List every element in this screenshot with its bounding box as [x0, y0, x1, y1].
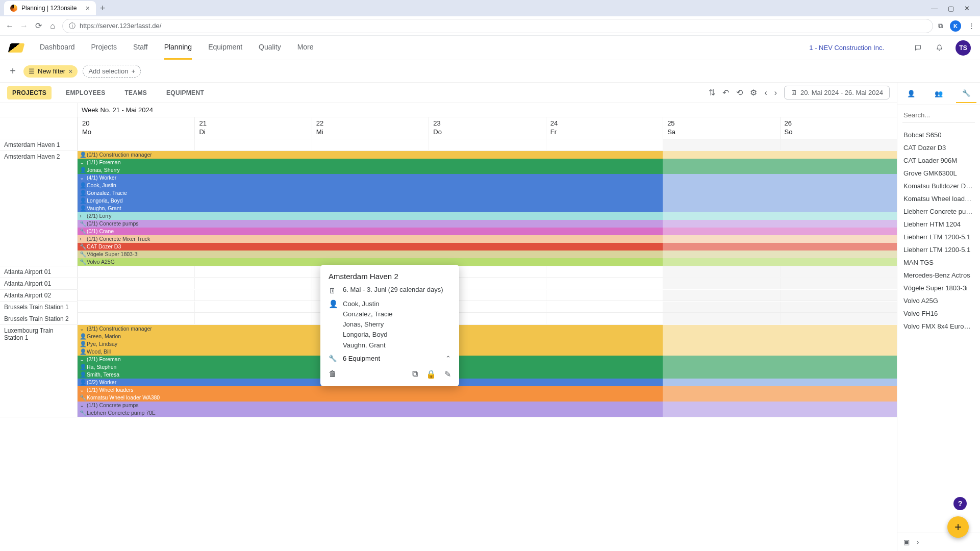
gantt-bar[interactable]: 🔧Volvo A25G: [78, 258, 897, 266]
delete-icon[interactable]: 🗑: [329, 369, 337, 379]
gantt-bar[interactable]: ⌄(1/1) Foreman: [78, 159, 897, 166]
gantt-bar[interactable]: 👤Ha, Stephen: [78, 363, 897, 371]
copy-icon[interactable]: ⧉: [412, 369, 418, 379]
browser-menu-icon[interactable]: ⋮: [968, 22, 975, 30]
gantt-bar[interactable]: 🔧Liebherr Concrete pump 70E: [78, 409, 897, 417]
home-icon[interactable]: ⌂: [48, 21, 57, 31]
equipment-item[interactable]: Volvo A25G: [897, 294, 980, 307]
equipment-item[interactable]: Komatsu Bulldozer D61PX: [897, 180, 980, 192]
new-filter-chip[interactable]: ☰ New filter ×: [23, 65, 78, 78]
nav-projects[interactable]: Projects: [91, 36, 117, 60]
project-name[interactable]: Brussels Train Station 2: [0, 313, 78, 325]
gantt-bar[interactable]: ⌄(1/1) Wheel loaders: [78, 386, 897, 394]
gantt-bar[interactable]: 👤(0/1) Construction manager: [78, 151, 897, 159]
browser-profile-avatar[interactable]: K: [950, 20, 961, 32]
equipment-item[interactable]: CAT Dozer D3: [897, 141, 980, 154]
gantt-bar[interactable]: 🔧(0/1) Concrete pumps: [78, 220, 897, 228]
project-name[interactable]: Atlanta Airport 02: [0, 290, 78, 302]
address-bar[interactable]: ⓘ https://server.123erfasst.de/: [62, 19, 933, 33]
app-logo[interactable]: [8, 43, 25, 53]
prev-week-icon[interactable]: ‹: [764, 88, 767, 97]
refresh-icon[interactable]: ⟲: [736, 88, 743, 97]
help-fab[interactable]: ?: [953, 497, 967, 510]
minimize-icon[interactable]: —: [931, 5, 938, 12]
gantt-bar[interactable]: 👤Smith, Teresa: [78, 371, 897, 379]
gantt-bar[interactable]: ⌄(4/1) Worker: [78, 174, 897, 182]
maximize-icon[interactable]: ▢: [948, 5, 954, 12]
add-selection-chip[interactable]: Add selection +: [83, 65, 141, 78]
expand-equipment-icon[interactable]: ⌃: [445, 355, 451, 362]
remove-filter-icon[interactable]: ×: [68, 67, 72, 76]
equipment-item[interactable]: Komatsu Wheel loader WA: [897, 192, 980, 205]
new-tab-button[interactable]: +: [100, 3, 106, 14]
project-name[interactable]: Amsterdam Haven 2: [0, 151, 78, 266]
sidebar-tab-person[interactable]: 👤: [901, 85, 921, 103]
gantt-bar[interactable]: 👤Green, Marion: [78, 333, 897, 340]
user-avatar[interactable]: TS: [956, 40, 971, 56]
back-icon[interactable]: ←: [5, 21, 14, 31]
nav-planning[interactable]: Planning: [164, 36, 192, 60]
gantt-bar[interactable]: 🔧(0/1) Crane: [78, 228, 897, 235]
close-tab-icon[interactable]: ×: [86, 4, 90, 12]
equipment-item[interactable]: Liebherr LTM 1200-5.1: [897, 243, 980, 256]
sidebar-tab-equipment[interactable]: 🔧: [956, 84, 976, 103]
gantt-bar[interactable]: ⌄(2/1) Foreman: [78, 356, 897, 363]
gantt-bar[interactable]: 🔧Vögele Super 1803-3i: [78, 251, 897, 258]
subtab-teams[interactable]: TEAMS: [119, 86, 152, 99]
lock-icon[interactable]: 🔒: [426, 369, 436, 379]
subtab-equipment[interactable]: EQUIPMENT: [161, 86, 209, 99]
equipment-item[interactable]: Liebherr HTM 1204: [897, 218, 980, 231]
equipment-item[interactable]: CAT Loader 906M: [897, 154, 980, 167]
sort-icon[interactable]: ⇅: [709, 88, 715, 97]
gantt-bar[interactable]: ⌄(1/1) Concrete pumps: [78, 402, 897, 409]
gantt-bar[interactable]: 👤Wood, Bill: [78, 348, 897, 356]
gantt-bar[interactable]: ›(1/1) Concrete Mixer Truck: [78, 235, 897, 243]
extensions-icon[interactable]: ⧉: [938, 22, 943, 30]
browser-tab[interactable]: Planning | 123onsite ×: [4, 1, 96, 15]
date-range-picker[interactable]: 🗓 20. Mai 2024 - 26. Mai 2024: [784, 86, 890, 99]
collapse-icon[interactable]: ›: [917, 538, 919, 546]
add-fab[interactable]: +: [947, 516, 969, 538]
equipment-item[interactable]: Mercedes-Benz Actros: [897, 269, 980, 282]
equipment-item[interactable]: MAN TGS: [897, 256, 980, 269]
close-window-icon[interactable]: ✕: [964, 5, 970, 12]
forward-icon[interactable]: →: [19, 21, 29, 31]
reload-icon[interactable]: ⟳: [34, 21, 43, 31]
nav-dashboard[interactable]: Dashboard: [40, 36, 75, 60]
equipment-item[interactable]: Liebherr LTM 1200-5.1: [897, 231, 980, 243]
settings-icon[interactable]: ⚙: [750, 88, 757, 97]
sidebar-tab-team[interactable]: 👥: [928, 85, 949, 103]
gantt-bar[interactable]: 👤Jonas, Sherry: [78, 166, 897, 174]
gantt-bar[interactable]: ⌄(3/1) Construction manager: [78, 325, 897, 333]
gantt-bar[interactable]: 👤Longoria, Boyd: [78, 197, 897, 205]
gantt-bar[interactable]: 👤Cook, Justin: [78, 182, 897, 189]
equipment-item[interactable]: Volvo FH16: [897, 307, 980, 320]
subtab-employees[interactable]: EMPLOYEES: [61, 86, 110, 99]
undo-icon[interactable]: ↶: [722, 88, 729, 97]
edit-icon[interactable]: ✎: [444, 369, 451, 379]
gantt-bar[interactable]: 👤Pye, Lindsay: [78, 340, 897, 348]
gantt-bar[interactable]: 👤Vaughn, Grant: [78, 205, 897, 212]
sidebar-search-input[interactable]: [902, 108, 975, 122]
project-name[interactable]: Atlanta Airport 01: [0, 266, 78, 278]
project-name[interactable]: Brussels Train Station 1: [0, 302, 78, 313]
chat-icon[interactable]: [913, 43, 923, 53]
gantt-bar[interactable]: 👤Gonzalez, Tracie: [78, 189, 897, 197]
next-week-icon[interactable]: ›: [774, 88, 777, 97]
equipment-item[interactable]: Vögele Super 1803-3i: [897, 282, 980, 294]
equipment-item[interactable]: Liebherr Concrete pump 70: [897, 205, 980, 218]
gantt-bar[interactable]: 🔧CAT Dozer D3: [78, 243, 897, 251]
gantt-bar[interactable]: ›(2/1) Lorry: [78, 212, 897, 220]
nav-staff[interactable]: Staff: [133, 36, 148, 60]
equipment-item[interactable]: Volvo FMX 8x4 EuromixMT: [897, 320, 980, 333]
gantt-bar[interactable]: 🔧Komatsu Wheel loader WA380: [78, 394, 897, 402]
bell-icon[interactable]: [934, 43, 944, 53]
nav-more[interactable]: More: [297, 36, 314, 60]
project-name[interactable]: Atlanta Airport 01: [0, 278, 78, 290]
project-name[interactable]: Amsterdam Haven 1: [0, 139, 78, 151]
nav-equipment[interactable]: Equipment: [208, 36, 242, 60]
org-selector[interactable]: 1 - NEV Construction Inc.: [809, 44, 884, 52]
site-info-icon[interactable]: ⓘ: [69, 21, 76, 31]
subtab-projects[interactable]: PROJECTS: [7, 86, 52, 99]
equipment-item[interactable]: Grove GMK6300L: [897, 167, 980, 180]
